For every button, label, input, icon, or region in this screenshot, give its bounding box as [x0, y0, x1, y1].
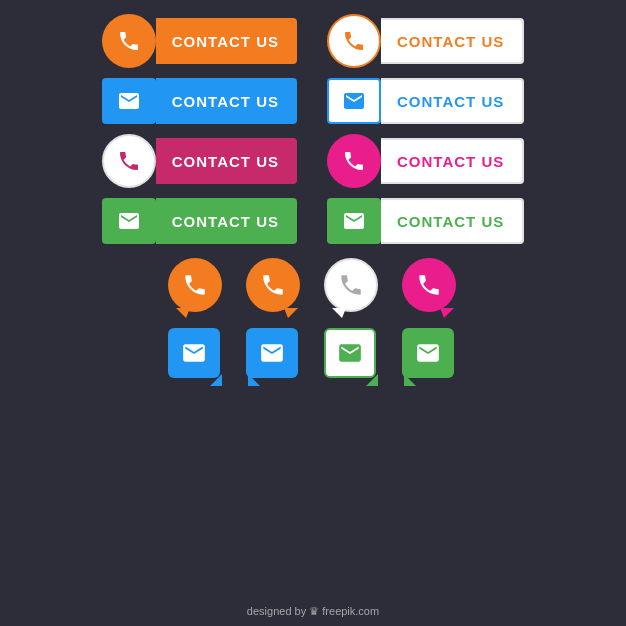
email-box-white-green [324, 328, 376, 378]
email-box-green [402, 328, 454, 378]
email-badge-notch-blue [210, 374, 222, 386]
email-badge-notch-green [366, 374, 378, 386]
phone-icon-orange-filled [102, 14, 156, 68]
email-badge-blue-filled[interactable] [168, 328, 224, 388]
row-2: CONTACT US CONTACT US [20, 78, 606, 124]
btn-pink-phone[interactable]: CONTACT US [327, 138, 524, 184]
btn-green-email-filled[interactable]: CONTACT US [102, 198, 297, 244]
bubble-tail-orange2 [284, 308, 298, 318]
bubble-tail-orange [176, 308, 190, 318]
btn-orange-phone-filled[interactable]: CONTACT US [102, 18, 297, 64]
phone-bubble-orange-filled[interactable] [168, 258, 224, 318]
phone-icon-pink [327, 134, 381, 188]
email-icon-blue-outline [327, 78, 381, 124]
contact-label-4: CONTACT US [381, 78, 524, 124]
btn-blue-email-filled[interactable]: CONTACT US [102, 78, 297, 124]
phone-circle-pink [402, 258, 456, 312]
footer: designed by ♛ freepik.com [0, 605, 626, 618]
email-badge-white-green[interactable] [324, 328, 380, 388]
footer-brand: freepik.com [322, 605, 379, 617]
phone-icon-orange-outline [327, 14, 381, 68]
contact-label-7: CONTACT US [156, 198, 297, 244]
contact-label-1: CONTACT US [156, 18, 297, 64]
phone-icon-crimson [102, 134, 156, 188]
btn-green-email-outline[interactable]: CONTACT US [327, 198, 524, 244]
email-box-blue-filled [168, 328, 220, 378]
footer-designed-by: designed by [247, 605, 306, 617]
phone-circle-orange [168, 258, 222, 312]
btn-orange-phone-outline[interactable]: CONTACT US [327, 18, 524, 64]
contact-label-5: CONTACT US [156, 138, 297, 184]
email-badge-green-filled[interactable] [402, 328, 458, 388]
email-badge-notch-blue2 [248, 374, 260, 386]
row-1: CONTACT US CONTACT US [20, 18, 606, 64]
email-icon-green-filled [102, 198, 156, 244]
row-5-phone-icons [20, 258, 606, 318]
footer-crown: ♛ [309, 605, 322, 617]
email-badge-blue-outline[interactable] [246, 328, 302, 388]
email-badge-notch-green2 [404, 374, 416, 386]
phone-bubble-white[interactable] [324, 258, 380, 318]
email-icon-green-outline [327, 198, 381, 244]
row-3: CONTACT US CONTACT US [20, 138, 606, 184]
btn-blue-email-outline[interactable]: CONTACT US [327, 78, 524, 124]
row-4: CONTACT US CONTACT US [20, 198, 606, 244]
contact-label-3: CONTACT US [156, 78, 297, 124]
contact-label-8: CONTACT US [381, 198, 524, 244]
phone-bubble-orange-outline[interactable] [246, 258, 302, 318]
email-icon-blue-filled [102, 78, 156, 124]
contact-label-6: CONTACT US [381, 138, 524, 184]
phone-bubble-pink[interactable] [402, 258, 458, 318]
bubble-tail-pink [440, 308, 454, 318]
contact-label-2: CONTACT US [381, 18, 524, 64]
bubble-tail-white [332, 308, 346, 318]
row-6-email-icons [20, 328, 606, 388]
phone-circle-orange2 [246, 258, 300, 312]
btn-crimson-phone[interactable]: CONTACT US [102, 138, 297, 184]
email-box-blue-outline [246, 328, 298, 378]
phone-circle-white [324, 258, 378, 312]
